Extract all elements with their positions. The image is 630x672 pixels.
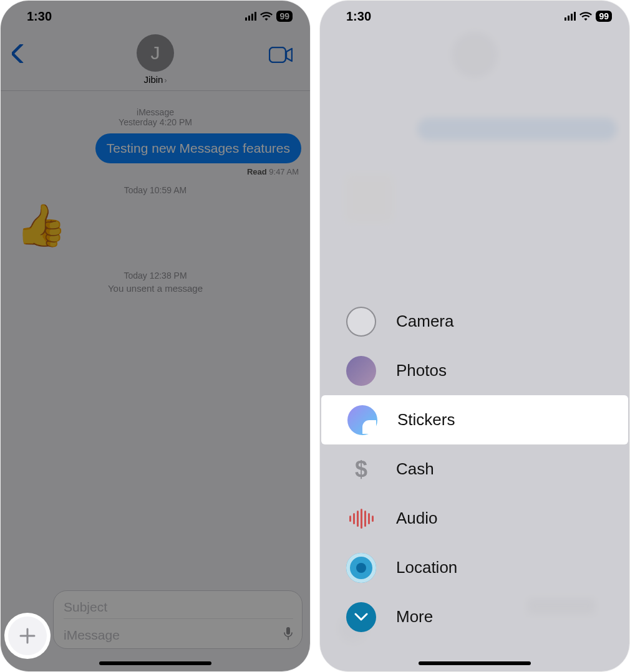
sent-message-bubble[interactable]: Testing new Messages features [95,133,301,163]
status-bar: 1:30 99 [320,1,629,32]
facetime-button[interactable] [269,47,293,65]
message-placeholder: iMessage [64,628,120,643]
timestamp-1: Yesterday 4:20 PM [119,117,192,127]
battery-badge: 99 [596,11,612,22]
received-sticker-thumbs-up[interactable]: 👍 [16,201,301,249]
plus-menu: Camera Photos Stickers $ Cash Audio [320,297,629,641]
contact-name: Jibin [144,74,163,85]
svg-rect-0 [269,47,286,62]
home-indicator[interactable] [99,661,211,665]
battery-badge: 99 [276,11,293,22]
conversation-header: J Jibin› [1,32,310,91]
camera-icon [346,307,376,337]
timestamp-3: Today 12:38 PM [9,271,301,281]
menu-item-camera[interactable]: Camera [320,297,629,346]
screenshot-plus-menu: 1:30 99 Camera [319,0,630,672]
compose-bar: Subject iMessage [1,584,310,671]
menu-item-more[interactable]: More [320,592,629,641]
chevron-down-icon [346,602,376,632]
conversation-body[interactable]: iMessage Yesterday 4:20 PM Testing new M… [1,91,310,584]
subject-placeholder: Subject [64,600,107,615]
chevron-right-icon: › [164,76,167,85]
timestamp-2: Today 10:59 AM [9,185,301,195]
home-indicator[interactable] [419,661,531,665]
status-time: 1:30 [27,9,52,24]
compose-fields: Subject iMessage [53,590,303,649]
read-receipt: Read 9:47 AM [9,167,301,176]
contact-avatar[interactable]: J [137,34,174,72]
menu-label: Audio [396,509,438,528]
menu-item-stickers[interactable]: Stickers [321,395,628,444]
subject-input[interactable]: Subject [64,596,293,619]
photos-icon [346,356,376,386]
contact-name-row[interactable]: Jibin› [144,74,167,85]
cellular-icon [565,12,576,21]
svg-rect-1 [286,627,290,635]
wifi-icon [260,9,273,24]
menu-label: More [396,607,433,626]
screenshot-conversation: 1:30 99 J Jibin› [0,0,311,672]
menu-item-cash[interactable]: $ Cash [320,444,629,494]
audio-waveform-icon [346,504,376,534]
menu-label: Location [396,558,457,577]
stickers-icon [347,405,377,435]
status-time: 1:30 [346,9,371,24]
cellular-icon [245,12,256,21]
plus-button[interactable] [8,617,47,655]
message-row-sent: Testing new Messages features [9,133,301,163]
service-label: iMessage [9,107,301,117]
location-icon [346,553,376,583]
back-button[interactable] [12,44,24,66]
message-input[interactable]: iMessage [64,623,293,643]
unsent-notice: You unsent a message [9,283,301,294]
cash-icon: $ [346,454,376,484]
dictation-icon[interactable] [283,626,293,643]
wifi-icon [579,9,592,24]
menu-item-photos[interactable]: Photos [320,346,629,395]
status-bar: 1:30 99 [1,1,310,32]
menu-label: Stickers [397,410,455,430]
menu-item-audio[interactable]: Audio [320,494,629,543]
menu-label: Cash [396,459,434,479]
timestamp-block-1: iMessage Yesterday 4:20 PM [9,107,301,127]
contact-initial: J [151,42,160,64]
menu-item-location[interactable]: Location [320,543,629,592]
menu-label: Camera [396,312,453,331]
menu-label: Photos [396,361,447,380]
